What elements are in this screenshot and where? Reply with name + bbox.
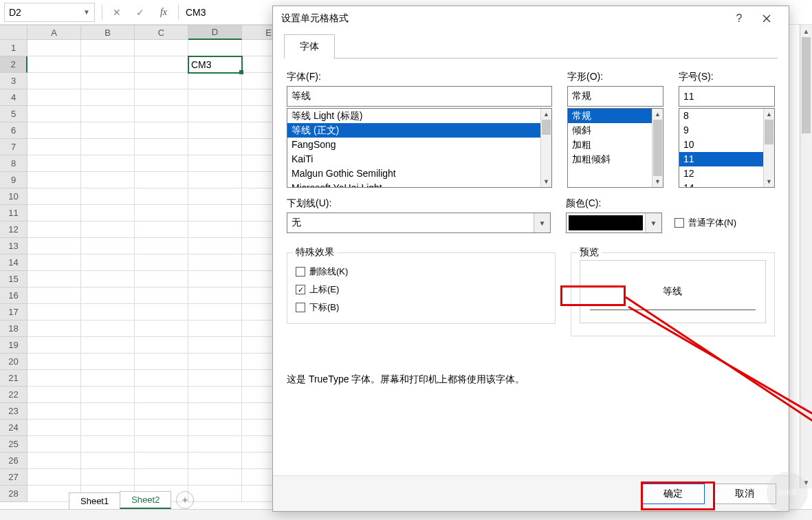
row-header[interactable]: 16 bbox=[0, 288, 28, 304]
row-header[interactable]: 25 bbox=[0, 436, 28, 453]
row-header[interactable]: 1 bbox=[0, 40, 28, 56]
strike-checkbox[interactable] bbox=[296, 267, 305, 277]
cell[interactable] bbox=[81, 205, 135, 221]
style-input[interactable]: 常规 bbox=[567, 86, 663, 107]
cell[interactable] bbox=[81, 436, 135, 453]
normal-font-checkbox[interactable] bbox=[674, 218, 684, 228]
cell[interactable] bbox=[81, 354, 135, 370]
cell[interactable] bbox=[188, 288, 242, 304]
cell[interactable] bbox=[81, 304, 135, 321]
list-option[interactable]: 14 bbox=[679, 181, 763, 187]
cell[interactable] bbox=[28, 221, 81, 238]
cell[interactable] bbox=[188, 172, 242, 188]
row-header[interactable]: 3 bbox=[0, 73, 28, 89]
list-option[interactable]: 8 bbox=[679, 109, 763, 123]
row-header[interactable]: 8 bbox=[0, 155, 28, 172]
cell[interactable] bbox=[81, 321, 135, 337]
color-combo[interactable]: ▼ bbox=[566, 213, 662, 233]
row-header[interactable]: 19 bbox=[0, 337, 28, 354]
cell[interactable] bbox=[28, 89, 81, 106]
cell[interactable] bbox=[135, 254, 188, 271]
cell[interactable] bbox=[188, 155, 242, 172]
list-option[interactable]: 加粗 bbox=[568, 138, 652, 152]
row-header[interactable]: 9 bbox=[0, 172, 28, 188]
cell[interactable] bbox=[188, 354, 242, 370]
cell[interactable] bbox=[135, 188, 188, 205]
row-header[interactable]: 18 bbox=[0, 321, 28, 337]
cell[interactable] bbox=[28, 155, 81, 172]
help-button[interactable]: ? bbox=[725, 8, 753, 29]
cell[interactable] bbox=[28, 304, 81, 321]
cell[interactable] bbox=[81, 288, 135, 304]
cell[interactable] bbox=[188, 420, 242, 436]
list-option[interactable]: 倾斜 bbox=[568, 123, 652, 138]
list-option[interactable]: 11 bbox=[679, 152, 763, 166]
style-list[interactable]: 常规倾斜加粗加粗倾斜 ▲▼ bbox=[567, 108, 663, 188]
cell[interactable] bbox=[28, 354, 81, 370]
cell[interactable] bbox=[135, 89, 188, 106]
cell[interactable] bbox=[135, 420, 188, 436]
cell[interactable] bbox=[188, 271, 242, 288]
sheet-tab[interactable]: Sheet1 bbox=[69, 492, 120, 509]
cell[interactable] bbox=[81, 73, 135, 89]
cell[interactable] bbox=[135, 337, 188, 354]
cell[interactable] bbox=[188, 321, 242, 337]
cell[interactable] bbox=[135, 304, 188, 321]
cell[interactable] bbox=[188, 453, 242, 469]
tab-font[interactable]: 字体 bbox=[284, 34, 335, 58]
cell[interactable] bbox=[28, 403, 81, 420]
cell[interactable] bbox=[28, 238, 81, 254]
cell[interactable] bbox=[81, 40, 135, 56]
cell[interactable] bbox=[135, 40, 188, 56]
fx-icon[interactable]: fx bbox=[152, 3, 175, 22]
col-header[interactable]: C bbox=[135, 25, 188, 40]
cell[interactable] bbox=[28, 420, 81, 436]
cell[interactable] bbox=[81, 420, 135, 436]
cell[interactable] bbox=[135, 370, 188, 387]
list-option[interactable]: 12 bbox=[679, 166, 763, 181]
cell[interactable] bbox=[28, 106, 81, 122]
cell[interactable] bbox=[188, 40, 242, 56]
row-header[interactable]: 5 bbox=[0, 106, 28, 122]
cell[interactable] bbox=[135, 122, 188, 139]
cell[interactable] bbox=[188, 73, 242, 89]
ok-button[interactable]: 确定 bbox=[641, 484, 705, 504]
font-list[interactable]: 等线 Light (标题)等线 (正文)FangSongKaiTiMalgun … bbox=[287, 108, 552, 188]
add-sheet-button[interactable]: ＋ bbox=[176, 491, 194, 509]
cell[interactable] bbox=[135, 139, 188, 155]
row-header[interactable]: 14 bbox=[0, 254, 28, 271]
close-button[interactable] bbox=[753, 8, 780, 29]
cell[interactable] bbox=[135, 436, 188, 453]
cell[interactable] bbox=[81, 370, 135, 387]
col-header[interactable]: B bbox=[81, 25, 135, 40]
cell[interactable] bbox=[28, 73, 81, 89]
cell[interactable] bbox=[188, 403, 242, 420]
cell[interactable] bbox=[188, 254, 242, 271]
cell[interactable] bbox=[135, 221, 188, 238]
subscript-checkbox[interactable] bbox=[296, 303, 305, 312]
cell[interactable] bbox=[81, 387, 135, 403]
name-box-dropdown-icon[interactable]: ▼ bbox=[83, 8, 90, 16]
cell[interactable] bbox=[28, 122, 81, 139]
cell[interactable] bbox=[135, 155, 188, 172]
sheet-tab[interactable]: Sheet2 bbox=[120, 491, 171, 509]
col-header[interactable]: A bbox=[28, 25, 81, 40]
cell[interactable] bbox=[81, 188, 135, 205]
row-header[interactable]: 26 bbox=[0, 453, 28, 469]
cell[interactable] bbox=[135, 321, 188, 337]
cell[interactable] bbox=[81, 56, 135, 73]
cell[interactable] bbox=[81, 337, 135, 354]
cell[interactable] bbox=[135, 453, 188, 469]
list-option[interactable]: 等线 (正文) bbox=[287, 123, 540, 138]
font-input[interactable]: 等线 bbox=[287, 86, 552, 107]
cell[interactable] bbox=[135, 403, 188, 420]
cell[interactable] bbox=[188, 89, 242, 106]
cell[interactable] bbox=[135, 354, 188, 370]
cell[interactable] bbox=[28, 436, 81, 453]
cell[interactable] bbox=[28, 254, 81, 271]
cell[interactable] bbox=[135, 106, 188, 122]
cell[interactable] bbox=[81, 271, 135, 288]
cell[interactable] bbox=[81, 238, 135, 254]
list-option[interactable]: 10 bbox=[679, 138, 763, 152]
cell[interactable] bbox=[28, 387, 81, 403]
